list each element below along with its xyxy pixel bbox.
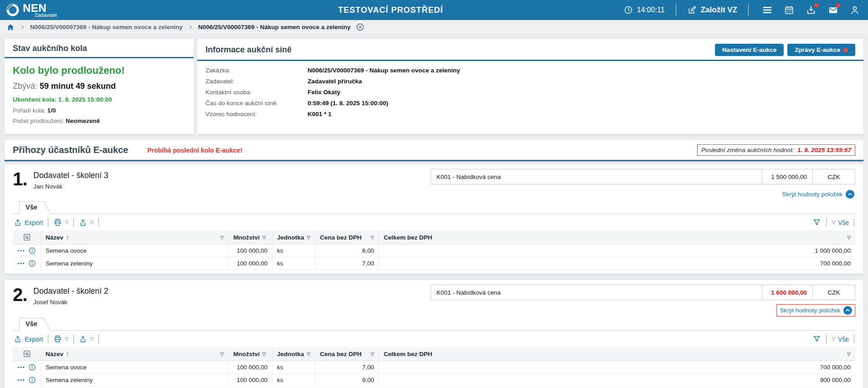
tab-all[interactable]: Vše bbox=[19, 318, 51, 331]
header-divider bbox=[748, 4, 749, 16]
hide-item-values-link[interactable]: Skrýt hodnoty položek bbox=[781, 189, 855, 200]
header-name[interactable]: Název bbox=[41, 347, 229, 361]
view-filter-select[interactable]: Vše bbox=[832, 336, 849, 343]
contact-label: Kontaktní osoba: bbox=[205, 89, 308, 96]
calendar-icon[interactable] bbox=[784, 5, 794, 15]
share-button[interactable] bbox=[79, 219, 93, 227]
item-unit: ks bbox=[272, 361, 315, 374]
header-name[interactable]: Název bbox=[41, 230, 229, 245]
filter-dropdown-icon[interactable] bbox=[307, 235, 310, 240]
eauction-messages-label: Zprávy E-aukce bbox=[795, 46, 840, 53]
tab-all-label: Vše bbox=[19, 318, 51, 327]
row-menu-icon[interactable] bbox=[17, 366, 25, 369]
bids-section-header: Příhozy účastníků E-aukce Probíhá posled… bbox=[5, 140, 863, 161]
info-panel-body: Zakázka: N006/25/V00007369 - Nákup semen… bbox=[197, 61, 863, 128]
sort-ascending-icon[interactable] bbox=[66, 234, 69, 241]
header-right: 14:00:11 Založit VZ bbox=[624, 4, 860, 16]
user-icon[interactable] bbox=[850, 5, 860, 15]
breadcrumb-item[interactable]: N006/25/V00007369 - Nákup semen ovoce a … bbox=[30, 24, 183, 31]
toolbar-separator bbox=[854, 335, 854, 343]
eauction-settings-button[interactable]: Nastavení E-aukce bbox=[715, 44, 784, 56]
nen-logo[interactable]: NEN Zadavatel bbox=[5, 3, 56, 18]
brand-role: Zadavatel bbox=[35, 13, 56, 18]
header-total[interactable]: Celkem bez DPH bbox=[379, 230, 855, 245]
bidder-name: Dodavatel - školení 2 bbox=[33, 286, 108, 296]
share-button[interactable] bbox=[79, 335, 93, 343]
filter-funnel-icon[interactable] bbox=[812, 218, 821, 227]
info-icon[interactable] bbox=[28, 363, 36, 371]
export-icon bbox=[14, 335, 22, 343]
info-panel-buttons: Nastavení E-aukce Zprávy E-aukce bbox=[715, 44, 855, 56]
item-total: 700 000,00 bbox=[379, 361, 855, 374]
filter-dropdown-icon[interactable] bbox=[220, 235, 224, 240]
column-settings-header[interactable] bbox=[13, 347, 41, 361]
menu-icon[interactable] bbox=[762, 5, 772, 15]
info-icon[interactable] bbox=[28, 376, 36, 384]
inbox-notification-dot bbox=[814, 3, 819, 8]
info-icon[interactable] bbox=[28, 247, 36, 255]
toolbar-separator bbox=[73, 218, 74, 227]
tab-all[interactable]: Vše bbox=[19, 201, 51, 214]
inbox-icon-wrap[interactable] bbox=[806, 5, 816, 15]
row-menu-icon[interactable] bbox=[17, 262, 25, 265]
header-unit-price[interactable]: Cena bez DPH bbox=[315, 230, 379, 245]
toolbar-separator bbox=[48, 335, 48, 343]
sort-ascending-icon[interactable] bbox=[66, 351, 69, 357]
header-unit[interactable]: Jednotka bbox=[272, 230, 315, 245]
clock-group: 14:00:11 bbox=[624, 5, 665, 15]
header-quantity[interactable]: Množství bbox=[229, 347, 272, 361]
column-settings-header[interactable] bbox=[13, 230, 41, 245]
header-unit-price-label: Cena bez DPH bbox=[320, 234, 362, 241]
round-order-label: Pořadí kola: bbox=[13, 107, 46, 114]
bidder-contact-person: Jan Novák bbox=[33, 183, 108, 190]
messages-icon-wrap[interactable] bbox=[828, 5, 838, 15]
filter-dropdown-icon[interactable] bbox=[220, 352, 224, 357]
row-menu-icon[interactable] bbox=[17, 378, 25, 382]
export-button[interactable]: Export bbox=[14, 335, 43, 343]
print-dropdown-icon[interactable] bbox=[65, 337, 68, 342]
share-dropdown-icon[interactable] bbox=[90, 220, 93, 225]
printer-icon bbox=[53, 218, 62, 227]
hide-item-values-link[interactable]: Skrýt hodnoty položek bbox=[776, 304, 855, 317]
eauction-messages-button[interactable]: Zprávy E-aukce bbox=[787, 44, 855, 56]
item-unit-price: 9,00 bbox=[315, 374, 379, 387]
view-filter-select[interactable]: Vše bbox=[832, 219, 849, 226]
header-unit[interactable]: Jednotka bbox=[272, 347, 315, 361]
row-menu-icon[interactable] bbox=[17, 249, 25, 252]
info-panel-title: Informace aukční síně bbox=[205, 45, 292, 55]
header-divider bbox=[676, 4, 676, 16]
toolbar-separator bbox=[98, 218, 99, 227]
header-total[interactable]: Celkem bez DPH bbox=[379, 347, 855, 361]
print-button[interactable] bbox=[53, 218, 68, 227]
export-button[interactable]: Export bbox=[14, 219, 43, 227]
filter-dropdown-icon[interactable] bbox=[370, 352, 374, 357]
app-header: NEN Zadavatel TESTOVACÍ PROSTŘEDÍ 14:00:… bbox=[0, 0, 868, 20]
item-row: Semena zeleniny 100 000,00 ks 9,00 900 0… bbox=[13, 374, 855, 387]
bidder-names: Dodavatel - školení 3 Jan Novák bbox=[33, 171, 108, 200]
header-unit-price[interactable]: Cena bez DPH bbox=[315, 347, 379, 361]
header-quantity[interactable]: Množství bbox=[229, 230, 272, 245]
row-tools-cell bbox=[13, 245, 41, 257]
items-table: Název Množství Jednotka Cena bez DPH Cel… bbox=[13, 230, 855, 270]
print-button[interactable] bbox=[53, 335, 68, 343]
create-vz-button[interactable]: Založit VZ bbox=[687, 5, 737, 15]
toolbar-right: Vše bbox=[812, 218, 854, 227]
info-icon[interactable] bbox=[28, 260, 36, 267]
auction-round-state-panel: Stav aukčního kola Kolo bylo prodlouženo… bbox=[5, 39, 194, 134]
state-panel-header: Stav aukčního kola bbox=[5, 39, 194, 58]
home-icon[interactable] bbox=[6, 23, 15, 31]
column-settings-icon bbox=[23, 350, 31, 358]
filter-dropdown-icon[interactable] bbox=[262, 235, 266, 240]
criterion-value-row: K001 - Nabídková cena 1 600 000,00 CZK bbox=[431, 285, 855, 300]
share-dropdown-icon[interactable] bbox=[90, 337, 93, 342]
contact-value: Felix Okátý bbox=[308, 89, 340, 96]
filter-dropdown-icon[interactable] bbox=[370, 235, 374, 240]
close-tab-icon[interactable] bbox=[356, 23, 365, 31]
print-dropdown-icon[interactable] bbox=[65, 220, 68, 225]
filter-dropdown-icon[interactable] bbox=[847, 352, 851, 357]
bidder-names: Dodavatel - školení 2 Josef Novák bbox=[33, 286, 108, 317]
filter-dropdown-icon[interactable] bbox=[307, 352, 310, 357]
filter-dropdown-icon[interactable] bbox=[262, 352, 266, 357]
filter-dropdown-icon[interactable] bbox=[847, 235, 851, 240]
filter-funnel-icon[interactable] bbox=[812, 335, 821, 343]
